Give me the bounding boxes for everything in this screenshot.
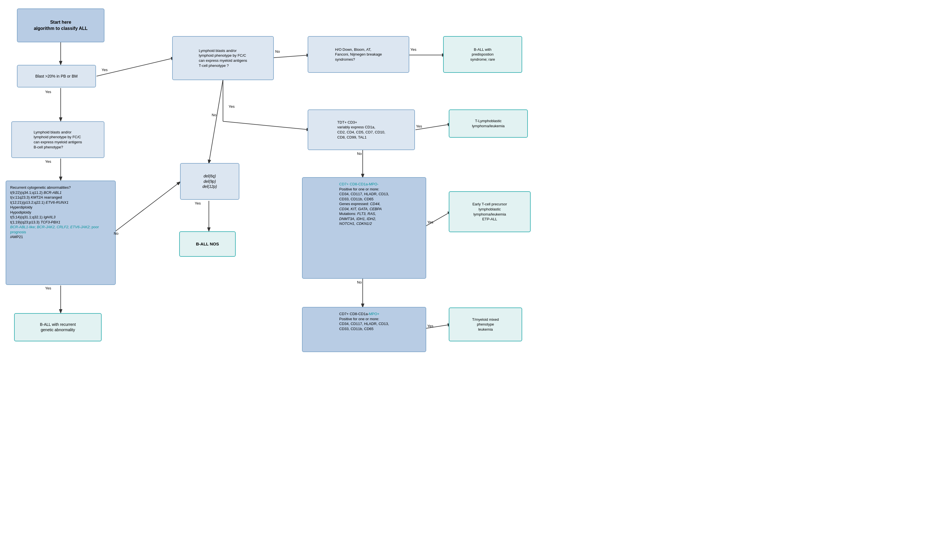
ball-pred-label: B-ALL withpredispostionsyndrome; rare bbox=[470, 47, 495, 62]
yes-label-1: Yes bbox=[45, 90, 51, 94]
no-label-3: No bbox=[212, 113, 216, 117]
lymphoid-fc-label: Lymphoid blasts and/orlymphoid phenotype… bbox=[199, 48, 247, 68]
etp-box: Early T-cell precursorlymphoblasticlymph… bbox=[449, 191, 531, 232]
yes-label-4: Yes bbox=[102, 68, 108, 72]
t-lympho-label: T-Lymphoblasticlymphoma/leukemia bbox=[472, 118, 505, 128]
arrows-svg bbox=[0, 0, 943, 560]
yes-label-7: Yes bbox=[410, 48, 416, 52]
blast20-box: Blast >20% in PB or BM bbox=[17, 65, 96, 88]
yes-label-9: Yes bbox=[427, 220, 433, 224]
yes-label-2: Yes bbox=[45, 159, 51, 164]
tmyeloid-label: T/myeloid mixedphenotypeleukemia bbox=[472, 317, 499, 332]
no-label-5: No bbox=[357, 280, 362, 285]
ball-pred-box: B-ALL withpredispostionsyndrome; rare bbox=[443, 36, 522, 73]
svg-line-10 bbox=[209, 80, 223, 163]
svg-line-5 bbox=[271, 55, 310, 58]
blast20-label: Blast >20% in PB or BM bbox=[35, 74, 78, 79]
lymphoid-bc-label: Lymphoid blasts and/orlymphoid phenotype… bbox=[34, 130, 82, 149]
ball-nos-label: B-ALL NOS bbox=[196, 241, 219, 247]
cd7-mpo-neg-box: CD7+ CD8-CD1a-MPO- Positive for one or m… bbox=[302, 177, 426, 279]
no-label-4: No bbox=[357, 151, 362, 156]
tdt-box: TDT+ CD3+variably express CD1a,CD2, CD4,… bbox=[308, 109, 415, 150]
start-label: Start here algorithm to classify ALL bbox=[34, 19, 88, 31]
tmyeloid-box: T/myeloid mixedphenotypeleukemia bbox=[449, 308, 522, 342]
ball-nos-box: B-ALL NOS bbox=[179, 231, 236, 257]
svg-line-13 bbox=[424, 212, 451, 227]
yes-label-8: Yes bbox=[416, 124, 422, 128]
no-label-1: No bbox=[114, 231, 119, 235]
no-label-2: No bbox=[275, 49, 280, 54]
hod-label: H/O Down, Bloom, AT,Fanconi, Nijmegen br… bbox=[335, 47, 382, 62]
svg-line-4 bbox=[97, 58, 174, 76]
cd7-mpo-pos-box: CD7+ CD8-CD1a-MPO+ Positive for one or m… bbox=[302, 307, 426, 352]
del-label: del(6q)del(9p)del(12p) bbox=[202, 174, 217, 189]
yes-label-5: Yes bbox=[229, 105, 234, 109]
hod-box: H/O Down, Bloom, AT,Fanconi, Nijmegen br… bbox=[308, 36, 409, 73]
del-box: del(6q)del(9p)del(12p) bbox=[180, 163, 239, 200]
ball-recurrent-label: B-ALL with recurrentgenetic abnormality bbox=[40, 322, 76, 332]
flowchart: Start here algorithm to classify ALL Bla… bbox=[0, 0, 943, 560]
svg-line-16 bbox=[114, 182, 180, 233]
start-box: Start here algorithm to classify ALL bbox=[17, 8, 105, 42]
svg-line-8 bbox=[223, 121, 310, 130]
t-lympho-box: T-Lymphoblasticlymphoma/leukemia bbox=[449, 109, 528, 138]
cd7-mpo-neg-label: CD7+ CD8-CD1a-MPO- Positive for one or m… bbox=[339, 182, 389, 226]
yes-label-3: Yes bbox=[45, 286, 51, 290]
cd7-mpo-pos-label: CD7+ CD8-CD1a-MPO+ Positive for one or m… bbox=[339, 311, 389, 331]
lymphoid-fc-box: Lymphoid blasts and/orlymphoid phenotype… bbox=[172, 36, 274, 80]
lymphoid-bc-box: Lymphoid blasts and/orlymphoid phenotype… bbox=[11, 121, 105, 158]
yes-label-6: Yes bbox=[195, 201, 201, 205]
ball-recurrent-box: B-ALL with recurrentgenetic abnormality bbox=[14, 313, 102, 342]
recurrent-label: Recurrent cytogenetic abnormalities? t(9… bbox=[10, 185, 111, 240]
tdt-label: TDT+ CD3+variably express CD1a,CD2, CD4,… bbox=[337, 120, 385, 140]
recurrent-box: Recurrent cytogenetic abnormalities? t(9… bbox=[6, 180, 116, 285]
yes-label-10: Yes bbox=[427, 324, 433, 328]
etp-label: Early T-cell precursorlymphoblasticlymph… bbox=[473, 202, 507, 222]
